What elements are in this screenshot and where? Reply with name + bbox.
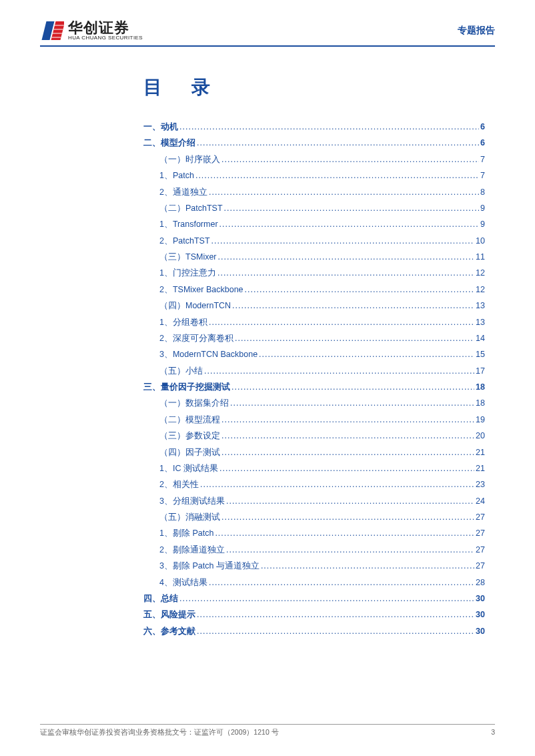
toc-entry[interactable]: 三、量价因子挖掘测试18: [143, 379, 485, 395]
toc-entry[interactable]: （二）PatchTST9: [159, 200, 485, 216]
toc-entry-page: 17: [476, 363, 485, 379]
toc-entry[interactable]: 四、总结30: [143, 591, 485, 607]
toc-leader-dots: [195, 167, 479, 183]
toc-entry[interactable]: （一）时序嵌入7: [159, 151, 485, 167]
toc-entry-label: 1、门控注意力: [159, 265, 216, 281]
toc-entry[interactable]: 1、IC 测试结果21: [159, 460, 485, 476]
toc-entry-page: 21: [476, 444, 485, 460]
toc-entry[interactable]: （二）模型流程19: [159, 412, 485, 428]
toc-entry-label: 2、相关性: [159, 476, 199, 492]
footer-page-number: 3: [491, 728, 495, 737]
toc-entry-label: 一、动机: [143, 119, 178, 135]
toc-entry[interactable]: 4、测试结果28: [159, 575, 485, 591]
toc-entry[interactable]: （五）消融测试27: [159, 509, 485, 525]
logo-en: HUA CHUANG SECURITIES: [68, 35, 143, 41]
toc-leader-dots: [200, 476, 474, 492]
toc-entry[interactable]: 2、TSMixer Backbone12: [159, 282, 485, 298]
company-logo-icon: [40, 20, 64, 41]
toc-entry[interactable]: （五）小结17: [159, 363, 485, 379]
toc-leader-dots: [204, 363, 474, 379]
toc-entry[interactable]: 1、门控注意力12: [159, 265, 485, 281]
toc-entry[interactable]: （四）因子测试21: [159, 444, 485, 460]
toc-entry[interactable]: 1、Transformer9: [159, 216, 485, 232]
table-of-contents: 一、动机6二、模型介绍6（一）时序嵌入71、Patch72、通道独立8（二）Pa…: [143, 119, 485, 639]
toc-leader-dots: [211, 233, 475, 249]
toc-entry-page: 12: [476, 265, 485, 281]
toc-entry-page: 14: [476, 330, 485, 346]
toc-entry[interactable]: （四）ModernTCN13: [159, 298, 485, 314]
toc-entry-page: 18: [476, 395, 485, 411]
toc-leader-dots: [259, 346, 474, 362]
toc-entry[interactable]: 二、模型介绍6: [143, 135, 485, 151]
toc-entry-label: 二、模型介绍: [143, 135, 195, 151]
toc-entry[interactable]: 2、剔除通道独立27: [159, 542, 485, 558]
toc-entry-page: 7: [480, 151, 485, 167]
toc-entry-label: （四）ModernTCN: [159, 298, 231, 314]
toc-leader-dots: [219, 216, 479, 232]
toc-entry-label: 3、剔除 Patch 与通道独立: [159, 558, 259, 574]
toc-entry[interactable]: 2、PatchTST10: [159, 233, 485, 249]
toc-entry-page: 20: [476, 428, 485, 444]
toc-entry-label: 2、PatchTST: [159, 233, 210, 249]
toc-entry[interactable]: 3、ModernTCN Backbone15: [159, 346, 485, 362]
toc-leader-dots: [221, 509, 474, 525]
toc-entry[interactable]: （一）数据集介绍18: [159, 395, 485, 411]
toc-entry-label: （四）因子测试: [159, 444, 220, 460]
toc-entry-page: 27: [476, 542, 485, 558]
toc-entry-label: 2、剔除通道独立: [159, 542, 225, 558]
toc-entry[interactable]: 1、Patch7: [159, 167, 485, 183]
toc-entry[interactable]: 六、参考文献30: [143, 623, 485, 639]
toc-entry-page: 27: [476, 525, 485, 541]
toc-entry-label: 1、Patch: [159, 167, 194, 183]
toc-entry-label: 3、分组测试结果: [159, 493, 225, 509]
toc-leader-dots: [261, 558, 474, 574]
toc-leader-dots: [179, 119, 479, 135]
toc-leader-dots: [209, 314, 474, 330]
toc-entry-page: 27: [476, 558, 485, 574]
toc-entry[interactable]: 2、通道独立8: [159, 184, 485, 200]
toc-entry-label: 1、Transformer: [159, 216, 218, 232]
toc-leader-dots: [230, 395, 474, 411]
toc-entry-page: 21: [476, 460, 485, 476]
toc-entry-page: 6: [480, 135, 485, 151]
toc-entry-label: 1、剔除 Patch: [159, 525, 213, 541]
toc-leader-dots: [197, 135, 479, 151]
toc-entry-page: 13: [476, 298, 485, 314]
toc-entry-label: 1、分组卷积: [159, 314, 207, 330]
toc-leader-dots: [226, 542, 474, 558]
toc-entry-label: 五、风险提示: [143, 607, 195, 623]
toc-leader-dots: [197, 623, 474, 639]
toc-entry[interactable]: 2、深度可分离卷积14: [159, 330, 485, 346]
logo-text: 华创证券 HUA CHUANG SECURITIES: [68, 21, 143, 41]
page-footer: 证监会审核华创证券投资咨询业务资格批文号：证监许可（2009）1210 号 3: [40, 724, 495, 737]
toc-entry[interactable]: 1、分组卷积13: [159, 314, 485, 330]
toc-leader-dots: [215, 525, 474, 541]
toc-entry-page: 6: [480, 119, 485, 135]
toc-entry-label: 2、通道独立: [159, 184, 207, 200]
toc-entry-page: 28: [476, 575, 485, 591]
toc-entry-page: 30: [476, 623, 485, 639]
toc-entry-page: 27: [476, 509, 485, 525]
toc-entry-page: 7: [480, 167, 485, 183]
toc-entry[interactable]: 2、相关性23: [159, 476, 485, 492]
toc-entry-label: （二）PatchTST: [159, 200, 223, 216]
toc-leader-dots: [209, 575, 474, 591]
toc-entry-label: 2、TSMixer Backbone: [159, 282, 243, 298]
toc-entry[interactable]: 3、分组测试结果24: [159, 493, 485, 509]
page-header: 华创证券 HUA CHUANG SECURITIES 专题报告: [40, 20, 495, 47]
toc-entry[interactable]: （三）参数设定20: [159, 428, 485, 444]
toc-entry[interactable]: 1、剔除 Patch27: [159, 525, 485, 541]
toc-entry-label: （一）时序嵌入: [159, 151, 220, 167]
toc-entry-page: 24: [476, 493, 485, 509]
toc-entry[interactable]: 一、动机6: [143, 119, 485, 135]
toc-entry-page: 23: [476, 476, 485, 492]
toc-entry[interactable]: 五、风险提示30: [143, 607, 485, 623]
toc-leader-dots: [197, 607, 474, 623]
toc-leader-dots: [209, 184, 479, 200]
toc-entry[interactable]: 3、剔除 Patch 与通道独立27: [159, 558, 485, 574]
toc-entry-page: 11: [476, 249, 485, 265]
toc-entry[interactable]: （三）TSMixer11: [159, 249, 485, 265]
toc-leader-dots: [218, 249, 475, 265]
toc-entry-page: 15: [476, 346, 485, 362]
toc-leader-dots: [217, 265, 474, 281]
